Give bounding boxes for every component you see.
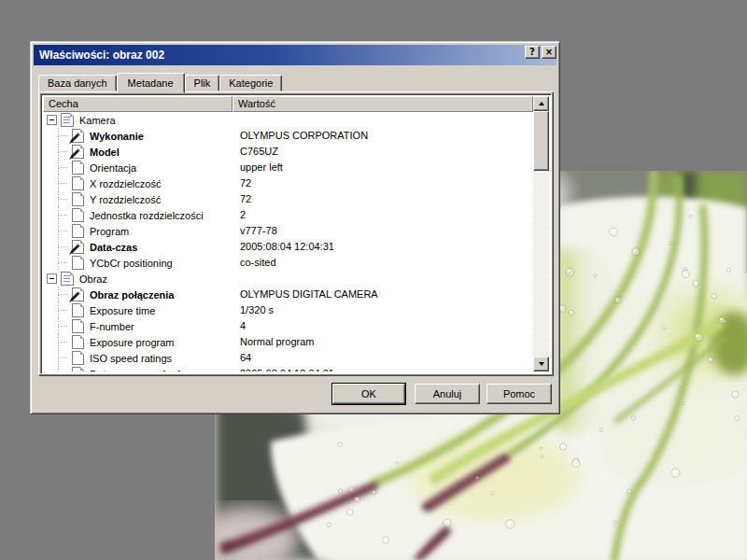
row-value: 64 bbox=[240, 352, 251, 363]
row-label: Wykonanie bbox=[90, 131, 144, 142]
row-value: co-sited bbox=[240, 257, 276, 268]
pencil-icon bbox=[68, 370, 81, 371]
tab-kategorie[interactable]: Kategorie bbox=[219, 75, 282, 91]
document-icon bbox=[72, 256, 84, 270]
list-body: Kamera Wykonanie OLYMPUS CORPORATION Mod… bbox=[43, 112, 533, 371]
row-value: 72 bbox=[240, 193, 251, 204]
scrollbar-thumb[interactable] bbox=[533, 111, 549, 171]
row-label: YCbCr positioning bbox=[90, 258, 173, 269]
table-row[interactable]: Exposure time 1/320 s bbox=[43, 302, 533, 318]
row-label: Model bbox=[90, 147, 120, 158]
ok-button[interactable]: OK bbox=[332, 384, 405, 404]
document-icon bbox=[72, 303, 84, 317]
table-row[interactable]: Y rozdzielczość 72 bbox=[43, 191, 533, 207]
row-value: 4 bbox=[240, 320, 246, 331]
metadata-listview: Cecha Wartość Kamera Wykonanie OLYMPUS bbox=[40, 93, 552, 374]
tabstrip: Baza danychMetadanePlikKategorie bbox=[38, 71, 282, 91]
document-lines-icon bbox=[61, 272, 74, 286]
document-lines-icon bbox=[61, 113, 74, 127]
document-icon bbox=[72, 319, 84, 333]
cancel-button[interactable]: Anuluj bbox=[415, 384, 480, 404]
question-icon: ? bbox=[529, 48, 535, 57]
down-arrow-icon bbox=[539, 362, 544, 369]
table-row[interactable]: Program v777-78 bbox=[43, 223, 533, 239]
collapse-icon[interactable] bbox=[47, 115, 57, 125]
row-label: F-number bbox=[90, 321, 134, 332]
table-row[interactable]: F-number 4 bbox=[43, 318, 533, 334]
row-value: 2005:08:04 12:04:31 bbox=[240, 368, 334, 371]
scroll-down-button[interactable] bbox=[533, 357, 549, 371]
table-row[interactable]: Orientacja upper left bbox=[43, 160, 533, 175]
tab-baza-danych[interactable]: Baza danych bbox=[38, 75, 117, 91]
column-header-cecha[interactable]: Cecha bbox=[43, 96, 233, 112]
table-row[interactable]: X rozdzielczość 72 bbox=[43, 175, 533, 191]
table-row[interactable]: ISO speed ratings 64 bbox=[43, 350, 533, 366]
table-row[interactable]: Exposure program Normal program bbox=[43, 334, 533, 350]
document-edit-icon bbox=[72, 240, 84, 254]
table-row[interactable]: YCbCr positioning co-sited bbox=[43, 255, 533, 271]
table-row[interactable]: Data-czas oryginału 2005:08:04 12:04:31 bbox=[43, 366, 533, 371]
list-header: Cecha Wartość bbox=[43, 96, 533, 112]
close-button[interactable]: × bbox=[542, 46, 557, 59]
row-value: v777-78 bbox=[240, 225, 277, 236]
row-label: ISO speed ratings bbox=[90, 353, 172, 364]
tab-page-metadane: Cecha Wartość Kamera Wykonanie OLYMPUS bbox=[38, 91, 554, 376]
row-label: Exposure program bbox=[90, 337, 175, 348]
document-edit-icon bbox=[72, 129, 84, 143]
window-title: Właściwości: obraz 002 bbox=[39, 49, 164, 62]
row-value: 2 bbox=[240, 209, 246, 220]
table-row[interactable]: Kamera bbox=[43, 112, 533, 128]
row-label: Data-czas bbox=[90, 242, 137, 253]
titlebar[interactable]: Właściwości: obraz 002 bbox=[34, 45, 557, 65]
pencil-icon bbox=[68, 132, 81, 145]
table-row[interactable]: Data-czas 2005:08:04 12:04:31 bbox=[43, 239, 533, 255]
pencil-icon bbox=[68, 290, 81, 303]
desktop: { "window": { "title": "Właściwości: obr… bbox=[0, 0, 747, 560]
tab-metadane[interactable]: Metadane bbox=[117, 73, 185, 93]
pencil-icon bbox=[68, 243, 81, 256]
pencil-icon bbox=[68, 147, 81, 161]
row-label: Exposure time bbox=[90, 305, 155, 316]
table-row[interactable]: Jednostka rozdzielczości 2 bbox=[43, 207, 533, 223]
table-row[interactable]: Model C765UZ bbox=[43, 144, 533, 160]
tab-plik[interactable]: Plik bbox=[185, 75, 220, 91]
row-value: Normal program bbox=[240, 336, 314, 347]
help-titlebar-button[interactable]: ? bbox=[525, 46, 540, 59]
row-value: OLYMPUS CORPORATION bbox=[240, 130, 368, 141]
column-header-wartosc[interactable]: Wartość bbox=[233, 96, 533, 112]
scroll-up-button[interactable] bbox=[533, 96, 549, 111]
row-label: Y rozdzielczość bbox=[90, 194, 161, 205]
document-icon bbox=[72, 224, 84, 238]
row-label: Orientacja bbox=[90, 162, 136, 174]
row-label: Jednostka rozdzielczości bbox=[90, 210, 204, 221]
row-value: 1/320 s bbox=[240, 304, 274, 315]
collapse-icon[interactable] bbox=[47, 273, 57, 284]
row-value: OLYMPUS DIGITAL CAMERA bbox=[240, 288, 378, 300]
help-button[interactable]: Pomoc bbox=[486, 384, 552, 404]
document-icon bbox=[72, 208, 84, 222]
document-icon bbox=[72, 161, 84, 175]
table-row[interactable]: Obraz bbox=[43, 271, 533, 287]
document-edit-icon bbox=[72, 287, 84, 301]
row-value: upper left bbox=[240, 161, 283, 173]
table-row[interactable]: Wykonanie OLYMPUS CORPORATION bbox=[43, 128, 533, 144]
document-edit-icon bbox=[72, 145, 84, 159]
close-icon: × bbox=[545, 48, 553, 57]
document-icon bbox=[72, 335, 84, 349]
row-label: Obraz bbox=[79, 273, 107, 285]
vertical-scrollbar[interactable] bbox=[533, 96, 549, 371]
row-label: Data-czas oryginału bbox=[90, 369, 187, 372]
row-value: 2005:08:04 12:04:31 bbox=[240, 241, 334, 252]
document-edit-icon bbox=[72, 367, 84, 371]
document-icon bbox=[72, 176, 84, 190]
up-arrow-icon bbox=[539, 99, 544, 105]
row-label: Program bbox=[90, 226, 129, 237]
row-value: C765UZ bbox=[240, 146, 278, 157]
row-label: Kamera bbox=[79, 115, 116, 126]
row-value: 72 bbox=[240, 177, 251, 189]
row-label: Obraz połączenia bbox=[90, 289, 174, 301]
document-icon bbox=[72, 192, 84, 206]
table-row[interactable]: Obraz połączenia OLYMPUS DIGITAL CAMERA bbox=[43, 287, 533, 302]
properties-dialog: Właściwości: obraz 002 ? × Baza danychMe… bbox=[30, 41, 560, 414]
row-label: X rozdzielczość bbox=[90, 178, 161, 189]
